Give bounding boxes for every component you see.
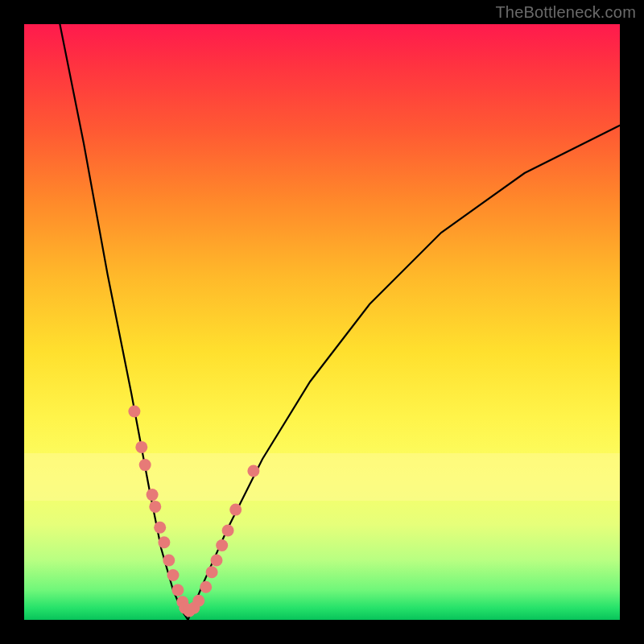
data-dot [154,522,166,534]
data-dot [163,555,175,567]
data-dot [128,406,140,418]
data-dot [222,525,234,537]
curve-left-path [60,24,188,620]
data-dot [135,441,147,453]
outer-frame: TheBottleneck.com [0,0,644,644]
data-dot [211,555,223,567]
curve-right-path [188,126,621,620]
watermark-text: TheBottleneck.com [495,3,636,22]
data-dot [200,581,212,593]
data-dot [149,501,161,513]
data-dot [216,539,228,551]
plot-area [24,24,620,620]
data-dot [171,584,184,597]
data-dot [139,459,151,471]
data-dots [128,406,259,617]
data-dot [247,465,259,477]
data-dot [206,566,218,578]
chart-svg [24,24,620,620]
data-dot [229,504,242,516]
data-dot [147,489,159,501]
data-dot [192,595,204,607]
data-dot [158,536,170,548]
data-dot [167,569,180,581]
